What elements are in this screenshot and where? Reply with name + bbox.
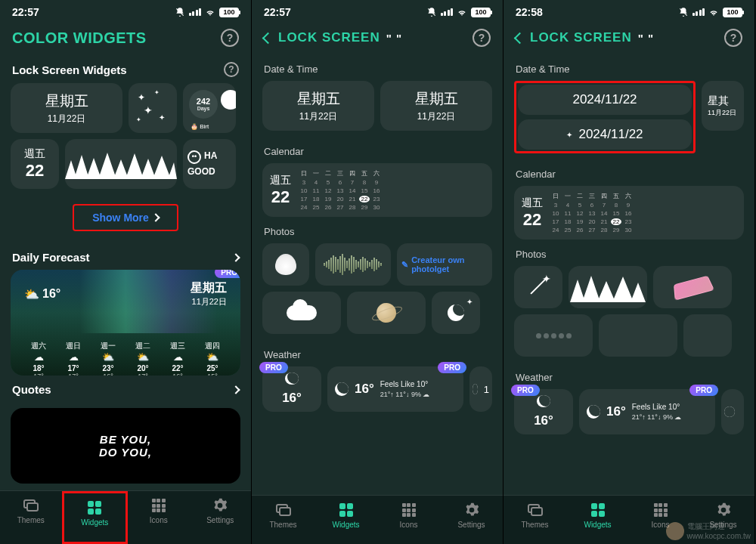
- stars-widget[interactable]: ✦ ✦ ✦ ✦ ✦: [129, 83, 177, 133]
- gear-icon: [464, 502, 479, 518]
- moon-icon: [448, 304, 464, 321]
- back-icon[interactable]: [262, 32, 274, 44]
- photo-keyboard[interactable]: [653, 266, 732, 308]
- waveform-icon: [324, 253, 382, 276]
- sun-cloud-icon: ⛅: [24, 287, 39, 301]
- weather-card-large[interactable]: PRO 16° Feels Like 10°21°↑ 11°↓ 9% ☁: [579, 389, 715, 434]
- weather-card-small[interactable]: PRO 16°: [262, 366, 321, 412]
- tab-settings[interactable]: Settings: [440, 496, 503, 544]
- weather-card-large[interactable]: PRO 16° Feels Like 10°21°↑ 11°↓ 9% ☁: [327, 366, 463, 412]
- help-icon[interactable]: ?: [724, 29, 742, 47]
- page-title: LOCK SCREEN: [278, 30, 380, 45]
- tab-settings[interactable]: Settings: [190, 491, 252, 544]
- forest-widget[interactable]: [65, 139, 177, 189]
- photo-pattern[interactable]: [599, 314, 677, 357]
- highlighted-date-widgets: 2024/11/22 ✦2024/11/22: [514, 81, 696, 153]
- date-widget-2[interactable]: ✦2024/11/22: [518, 119, 692, 150]
- watermark: 電腦王阿達www.kocpc.com.tw: [666, 521, 751, 540]
- bubbles-icon: [536, 333, 572, 338]
- trees-icon: [65, 149, 177, 179]
- battery-icon: 100: [471, 8, 491, 17]
- tab-icons[interactable]: Icons: [377, 496, 440, 544]
- tab-widgets[interactable]: Widgets: [566, 496, 629, 544]
- tab-bar: Themes Widgets Icons Settings: [0, 490, 251, 544]
- tab-icons[interactable]: Icons: [128, 491, 190, 544]
- themes-icon: [276, 504, 291, 516]
- date-widget-small[interactable]: 週五 22: [11, 139, 59, 189]
- cloud-icon: [287, 305, 317, 320]
- wifi-icon: [708, 7, 719, 17]
- section-lock-screen-widgets: Lock Screen Widgets ?: [11, 54, 240, 83]
- weather-card-partial[interactable]: 1: [469, 366, 492, 412]
- status-bar: 22:57 100: [0, 0, 251, 21]
- photo-waveform[interactable]: [315, 243, 391, 286]
- phone-screen-2: 22:57 100 LOCK SCREEN " " ? Date & Time …: [252, 0, 503, 544]
- phone-screen-3: 22:58 100 LOCK SCREEN " " ? Date & Time …: [503, 0, 755, 544]
- weather-card-small[interactable]: PRO 16°: [514, 389, 573, 434]
- back-icon[interactable]: [514, 32, 526, 44]
- bell-silent-icon: [426, 7, 437, 17]
- photo-empty[interactable]: [683, 314, 732, 357]
- wand-icon: ✎: [401, 260, 408, 270]
- icons-icon: [152, 499, 166, 512]
- section-date-time: Date & Time: [514, 54, 744, 81]
- status-bar: 22:58 100: [503, 0, 754, 21]
- calendar-widget[interactable]: 週五22 日一二三四五六3456789101112131415161718192…: [262, 163, 492, 217]
- page-title: LOCK SCREEN: [530, 30, 632, 45]
- section-daily-forecast[interactable]: Daily Forecast: [11, 243, 240, 270]
- signal-icon: [441, 8, 454, 16]
- photo-wand[interactable]: [514, 266, 562, 308]
- wifi-icon: [205, 7, 215, 17]
- date-widget[interactable]: 星期五 11月22日: [262, 81, 374, 131]
- happy-widget[interactable]: ••HA GOOD: [183, 139, 236, 189]
- photo-moon[interactable]: ✦: [432, 292, 480, 334]
- date-widget-partial[interactable]: 星其 11月22日: [702, 81, 744, 131]
- calendar-widget[interactable]: 週五22 日一二三四五六3456789101112131415161718192…: [514, 186, 744, 240]
- trees-icon: [569, 272, 647, 302]
- create-photo-button[interactable]: ✎Createur own photoIget: [397, 243, 492, 286]
- gear-icon: [212, 498, 228, 513]
- icons-icon: [402, 503, 416, 517]
- show-more-button[interactable]: Show More: [73, 204, 178, 231]
- forecast-card[interactable]: PRO ⛅16° 星期五11月22日 週六☁18°17°週日☁17°17°週一⛅…: [11, 270, 240, 376]
- tab-themes[interactable]: Themes: [503, 496, 566, 544]
- date-widget-large[interactable]: 星期五 11月22日: [11, 83, 122, 133]
- photo-saturn[interactable]: [347, 292, 426, 334]
- photo-cloud[interactable]: [262, 292, 341, 334]
- signal-icon: [189, 8, 202, 16]
- header: LOCK SCREEN " " ?: [252, 21, 503, 54]
- photo-forest[interactable]: [569, 266, 647, 308]
- chevron-right-icon: [231, 253, 240, 261]
- smiley-icon: ••: [187, 150, 201, 164]
- chevron-right-icon: [151, 213, 160, 221]
- section-photos: Photos: [262, 217, 492, 243]
- countdown-widget[interactable]: 242Days 🎂 Birt: [183, 83, 236, 133]
- tab-themes[interactable]: Themes: [252, 496, 314, 544]
- moon-icon: [724, 406, 735, 417]
- tab-widgets[interactable]: Widgets: [62, 491, 129, 544]
- signal-icon: [692, 8, 705, 16]
- widgets-icon: [591, 503, 605, 517]
- weather-card-partial[interactable]: [721, 389, 744, 434]
- widgets-icon: [339, 503, 353, 517]
- battery-icon: 100: [219, 8, 239, 17]
- help-icon[interactable]: ?: [221, 29, 239, 47]
- header: LOCK SCREEN " " ?: [503, 21, 754, 54]
- header: COLOR WIDGETS ?: [0, 21, 251, 54]
- tab-widgets[interactable]: Widgets: [314, 496, 377, 544]
- quote-card[interactable]: BE YOU, DO YOU,: [11, 408, 240, 484]
- photo-shell[interactable]: [262, 243, 309, 286]
- photo-bubbles[interactable]: [514, 314, 593, 357]
- section-quotes[interactable]: Quotes: [11, 376, 240, 402]
- help-icon[interactable]: ?: [224, 62, 239, 77]
- gear-icon: [716, 502, 731, 518]
- date-widget[interactable]: 星期五 11月22日: [380, 81, 492, 131]
- tab-themes[interactable]: Themes: [0, 491, 62, 544]
- bell-silent-icon: [175, 7, 185, 17]
- help-icon[interactable]: ?: [472, 29, 491, 47]
- chevron-right-icon: [231, 385, 240, 394]
- date-widget-1[interactable]: 2024/11/22: [518, 85, 692, 115]
- status-bar: 22:57 100: [252, 0, 503, 21]
- saturn-icon: [376, 303, 396, 323]
- moon-icon: [285, 372, 299, 385]
